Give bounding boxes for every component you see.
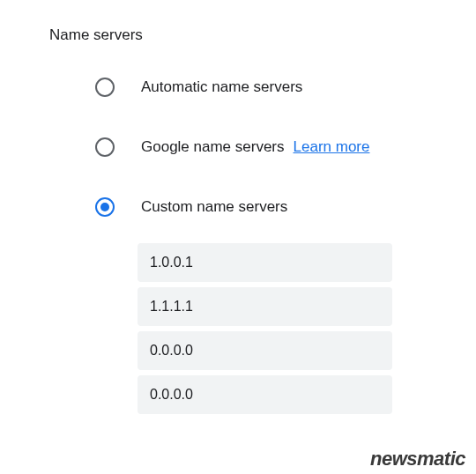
section-title: Name servers [0,0,476,44]
radio-label-custom: Custom name servers [141,198,287,216]
radio-option-custom[interactable]: Custom name servers [0,197,476,217]
learn-more-link[interactable]: Learn more [294,138,370,156]
radio-label-google: Google name servers [141,138,285,156]
name-server-options: Automatic name servers Google name serve… [0,44,476,217]
watermark: newsmatic [370,448,465,470]
nameserver-input-1[interactable] [138,243,392,282]
radio-icon-selected [95,197,115,217]
nameserver-input-4[interactable] [138,375,392,414]
nameserver-input-2[interactable] [138,287,392,326]
radio-icon [95,137,115,157]
custom-servers-inputs [0,234,476,419]
radio-label-automatic: Automatic name servers [141,78,302,96]
radio-option-google[interactable]: Google name servers Learn more [0,137,476,157]
radio-option-automatic[interactable]: Automatic name servers [0,78,476,97]
nameserver-input-3[interactable] [138,331,392,370]
radio-icon [95,78,115,97]
